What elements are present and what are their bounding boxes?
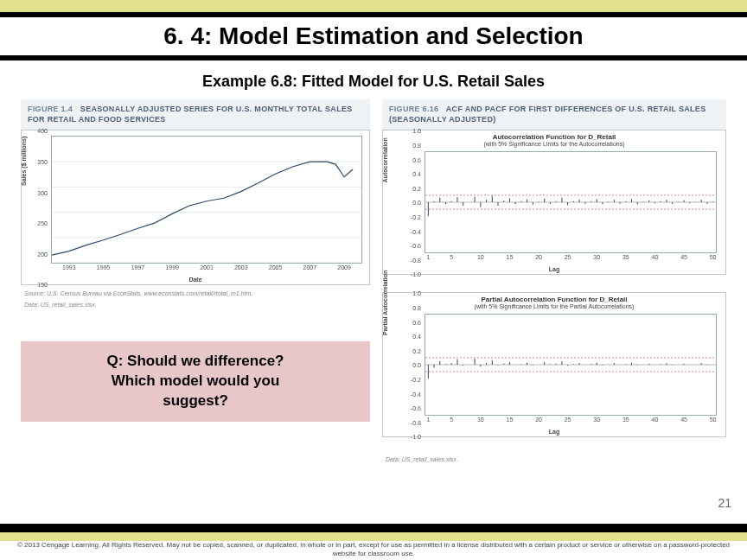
source-note-3: Data: US_retail_sales.xlsx. — [382, 455, 726, 465]
figure-number: FIGURE 1.4 — [28, 105, 73, 113]
plot-area: 15101520253035404550 — [425, 151, 717, 253]
copyright-text: © 2013 Cengage Learning. All Rights Rese… — [0, 539, 747, 560]
example-subtitle: Example 6.8: Fitted Model for U.S. Retai… — [0, 73, 747, 91]
retail-sales-line-chart: Sales ($ millions) 150200250300350400 19… — [21, 130, 370, 285]
figure-6-16-caption-box: FIGURE 6.16 ACF AND PACF FOR FIRST DIFFE… — [382, 99, 726, 130]
title-bar: 6. 4: Model Estimation and Selection — [0, 12, 747, 60]
x-axis-label: Date — [188, 277, 201, 283]
acf-chart: Autocorrelation Function for D_Retail (w… — [382, 130, 726, 275]
pacf-chart: Partial Autocorrelation Function for D_R… — [382, 292, 726, 437]
plot-area: 15101520253035404550 — [425, 314, 717, 416]
question-line: Q: Should we difference? — [33, 352, 358, 372]
page-title: 6. 4: Model Estimation and Selection — [0, 22, 747, 50]
x-ticks: 199319951997199920012003200520072009 — [52, 264, 361, 275]
y-ticks: -1.0-0.8-0.6-0.4-0.20.00.20.40.60.81.0 — [383, 130, 423, 274]
plot-area: 199319951997199920012003200520072009 — [51, 136, 362, 264]
figure-caption: SEASONALLY ADJUSTED SERIES FOR U.S. MONT… — [28, 105, 353, 124]
question-line: Which model would you — [33, 372, 358, 391]
acf-title: Autocorrelation Function for D_Retail — [383, 130, 725, 141]
x-ticks: 15101520253035404550 — [425, 254, 716, 264]
pacf-title: Partial Autocorrelation Function for D_R… — [383, 293, 725, 303]
figure-1-4-caption-box: FIGURE 1.4 SEASONALLY ADJUSTED SERIES FO… — [21, 99, 370, 130]
left-column: FIGURE 1.4 SEASONALLY ADJUSTED SERIES FO… — [21, 99, 370, 422]
source-note-2: Data: US_retail_sales.xlsx. — [21, 300, 370, 310]
pacf-subtitle: (with 5% Significance Limits for the Par… — [383, 303, 725, 309]
x-axis-label: Lag — [549, 266, 559, 272]
figure-number: FIGURE 6.16 — [389, 105, 438, 113]
right-column: FIGURE 6.16 ACF AND PACF FOR FIRST DIFFE… — [382, 99, 726, 466]
footer-black-bar — [0, 524, 747, 532]
top-strip — [0, 0, 747, 12]
y-ticks: 150200250300350400 — [22, 130, 49, 284]
question-box: Q: Should we difference? Which model wou… — [21, 341, 370, 422]
question-line: suggest? — [33, 391, 358, 411]
source-note-1: Source: U.S. Census Bureau via EconStats… — [21, 289, 370, 299]
content-row: FIGURE 1.4 SEASONALLY ADJUSTED SERIES FO… — [0, 99, 747, 466]
acf-subtitle: (with 5% Significance Limits for the Aut… — [383, 141, 725, 147]
x-axis-label: Lag — [549, 429, 559, 435]
page-number: 21 — [718, 496, 731, 510]
y-ticks: -1.0-0.8-0.6-0.4-0.20.00.20.40.60.81.0 — [383, 293, 423, 436]
x-ticks: 15101520253035404550 — [425, 417, 716, 427]
